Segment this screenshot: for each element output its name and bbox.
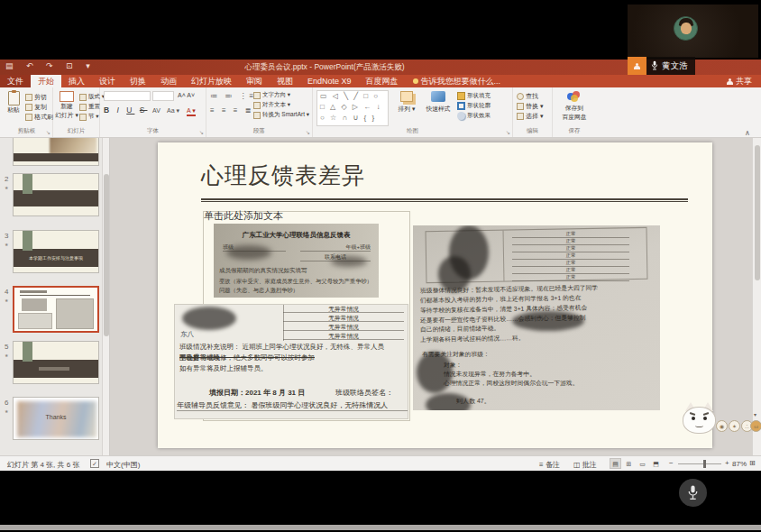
slide-title[interactable]: 心理反馈表差异 xyxy=(201,161,365,190)
slide-canvas[interactable]: 心理反馈表差异 单击此处添加文本 广东工业大学心理联络员信息反馈表 班级 年级+… xyxy=(158,142,712,448)
microphone-button[interactable] xyxy=(679,479,707,507)
tell-me-box[interactable]: 告诉我您想要做什么... xyxy=(406,75,509,87)
animation-star-icon: ★ xyxy=(5,242,8,247)
font-dialog-launcher[interactable]: ↘ xyxy=(199,129,204,135)
font-grow-shrink[interactable]: A˄ A˅ xyxy=(178,92,195,98)
pet-action-button-2[interactable]: ✶ xyxy=(729,420,740,432)
tab-slideshow[interactable]: 幻灯片放映 xyxy=(184,75,239,87)
text-direction-button[interactable]: 文字方向 ▾ xyxy=(253,91,290,99)
zoom-in-button[interactable]: + xyxy=(725,459,729,467)
tab-view[interactable]: 视图 xyxy=(270,75,300,87)
bottom-taskbar-strip xyxy=(0,525,761,530)
new-slide-button[interactable]: 新建 幻灯片 ▾ xyxy=(55,91,78,120)
cut-button[interactable]: 剪切 xyxy=(25,93,47,102)
drawing-dialog-launcher[interactable]: ↘ xyxy=(506,129,510,135)
shape-gallery[interactable]: ▭ ◁ ╲ ╱ □ ○ □ △ ◇ ▷ ← ↓ ○ ☆ ∩ ∪ { } xyxy=(316,90,389,126)
microphone-icon xyxy=(687,485,699,501)
tab-endnote[interactable]: EndNote X9 xyxy=(300,75,359,87)
thumbnail-scrollbar[interactable] xyxy=(102,138,109,455)
list-buttons[interactable]: ≔ ≕ ⋮≡ xyxy=(210,92,256,100)
normal-view-button[interactable]: ▤ xyxy=(610,458,621,469)
participant-list-button[interactable] xyxy=(628,57,646,75)
shape-fill-button[interactable]: 形状填充 xyxy=(457,92,491,100)
placeholder-text[interactable]: 单击此处添加文本 xyxy=(204,209,283,223)
photo-feedback-form-top[interactable]: 广东工业大学心理联络员信息反馈表 班级 年级+班级 联系电话 成员假期期间的真实… xyxy=(214,224,379,298)
font-style-buttons[interactable]: B I U S xyxy=(104,105,147,115)
layout-icon xyxy=(79,94,87,101)
reset-button[interactable]: 重置 xyxy=(79,103,100,111)
select-button[interactable]: 选择 ▾ xyxy=(517,112,543,121)
thumbnail-slide-4-selected[interactable] xyxy=(13,286,99,333)
thumbnail-slide-6[interactable]: Thanks xyxy=(13,397,99,440)
quick-styles-button[interactable]: 快速样式 xyxy=(423,91,454,114)
pet-collapse-arrow[interactable]: ▾ xyxy=(754,411,756,417)
copy-button[interactable]: 复制 xyxy=(25,103,47,112)
bold-button[interactable]: B xyxy=(104,105,112,115)
thumbnail-scrollbar-thumb[interactable] xyxy=(104,174,109,336)
thumbnail-slide-5[interactable] xyxy=(13,341,99,384)
group-slides: 新建 幻灯片 ▾ 版式 ▾ 重置 节 ▾ 幻灯片 xyxy=(53,87,100,137)
slide-scrollbar-thumb[interactable] xyxy=(755,145,760,280)
slide-sorter-view-button[interactable]: ⊞ xyxy=(623,458,635,469)
fit-to-window-button[interactable]: ⊞ xyxy=(749,459,756,467)
replace-button[interactable]: 替换 ▾ xyxy=(517,102,543,111)
tab-design[interactable]: 设计 xyxy=(92,75,123,87)
char-spacing-button[interactable]: AV xyxy=(152,107,160,114)
font-size-select[interactable] xyxy=(152,91,174,101)
tab-file[interactable]: 文件 xyxy=(0,75,31,87)
paragraph-dialog-launcher[interactable]: ↘ xyxy=(306,129,310,135)
slide-counter: 幻灯片 第 4 张, 共 6 张 xyxy=(7,460,79,470)
tab-home[interactable]: 开始 xyxy=(31,75,61,87)
zoom-slider-knob[interactable] xyxy=(703,460,706,468)
font-color-button[interactable]: A ▾ xyxy=(187,107,196,116)
clipboard-dialog-launcher[interactable]: ↘ xyxy=(46,129,50,135)
italic-button[interactable]: I xyxy=(117,105,122,115)
shape-fill-icon xyxy=(457,92,465,100)
font-name-select[interactable] xyxy=(104,91,151,101)
shape-effects-icon xyxy=(457,112,465,120)
slide-scrollbar[interactable] xyxy=(752,138,761,455)
zoom-out-button[interactable]: − xyxy=(669,459,674,467)
paste-button[interactable]: 粘贴 xyxy=(4,91,23,115)
share-button[interactable]: 共享 xyxy=(718,75,761,87)
photo-feedback-form-right[interactable]: 正常 正常 正常 正常 正常 正常 正常 班级整体情况良好；暂未发现不适应现象。… xyxy=(413,225,660,410)
bookmark-graphic xyxy=(23,342,32,362)
change-case-button[interactable]: Aa ▾ xyxy=(167,107,179,115)
tab-insert[interactable]: 插入 xyxy=(61,75,92,87)
align-text-button[interactable]: 对齐文本 ▾ xyxy=(253,101,290,109)
underline-button[interactable]: U xyxy=(126,105,134,115)
section-button[interactable]: 节 ▾ xyxy=(79,113,99,121)
thumbnail-slide-2[interactable] xyxy=(13,173,99,216)
arrange-button[interactable]: 排列 ▾ xyxy=(394,91,419,114)
shape-effects-button[interactable]: 形状效果 xyxy=(457,112,491,120)
comments-button[interactable]: ◫ 批注 xyxy=(573,460,597,470)
collapse-ribbon-button[interactable]: ∧ xyxy=(745,129,750,137)
zoom-slider[interactable] xyxy=(678,463,721,464)
tab-animations[interactable]: 动画 xyxy=(153,75,184,87)
shape-outline-icon xyxy=(457,102,465,110)
alignment-buttons[interactable]: ≡ ≡ ≡ ≣ xyxy=(210,106,253,115)
ribbon-tabs: 文件 开始 插入 设计 切换 动画 幻灯片放映 审阅 视图 EndNote X9… xyxy=(0,75,761,87)
thumbnail-slide-1[interactable]: 心理委员会议 xyxy=(13,138,99,166)
language-indicator[interactable]: 中文(中国) xyxy=(106,460,140,470)
format-painter-button[interactable]: 格式刷 xyxy=(25,113,53,122)
pet-action-button-4[interactable]: ω xyxy=(750,420,761,432)
reading-view-button[interactable]: ▭ xyxy=(637,458,648,469)
tab-review[interactable]: 审阅 xyxy=(239,75,270,87)
pet-action-button-1[interactable]: ◉ xyxy=(716,420,728,432)
spellcheck-icon[interactable]: ✓ xyxy=(90,459,99,468)
strikethrough-button[interactable]: S xyxy=(140,105,148,115)
video-call-window[interactable] xyxy=(628,5,758,58)
thumbnail-slide-3[interactable]: 本学期工作安排与注意事项 xyxy=(13,230,99,273)
save-to-baidu-button[interactable]: 保存到 百度网盘 xyxy=(556,91,592,122)
desktop-pet-cat[interactable] xyxy=(683,403,716,434)
find-button[interactable]: 查找 xyxy=(517,92,538,101)
notes-button[interactable]: ≡ 备注 xyxy=(539,460,560,470)
slideshow-view-button[interactable]: ⬒ xyxy=(650,458,662,469)
tab-transitions[interactable]: 切换 xyxy=(123,75,153,87)
zoom-percentage[interactable]: 87% xyxy=(732,460,747,468)
shape-outline-button[interactable]: 形状轮廓 xyxy=(457,102,491,110)
photo-feedback-form-bottom[interactable]: 无异常情况 无异常情况 无异常情况 无异常情况 东八 班级情况补充说明： 近期班… xyxy=(174,304,408,419)
smartart-button[interactable]: 转换为 SmartArt ▾ xyxy=(253,111,309,119)
tab-baidu-netdisk[interactable]: 百度网盘 xyxy=(359,75,406,87)
